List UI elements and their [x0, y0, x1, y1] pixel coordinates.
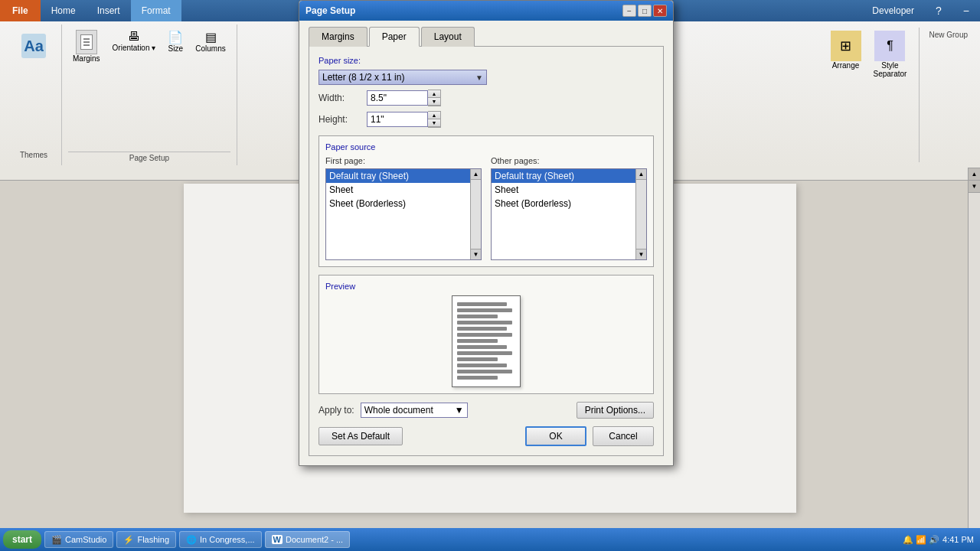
other-pages-scroll-up[interactable]: ▲ [636, 169, 646, 180]
other-pages-listbox[interactable]: Default tray (Sheet) Sheet Sheet (Border… [491, 168, 647, 260]
congress-icon: 🌐 [186, 535, 197, 545]
preview-page [452, 295, 521, 387]
height-label: Height: [318, 114, 361, 125]
menu-file[interactable]: File [0, 0, 41, 21]
first-page-item-2[interactable]: Sheet (Borderless) [326, 197, 481, 210]
style-separator-button[interactable]: ¶ StyleSeparator [867, 28, 913, 162]
other-page-item-0[interactable]: Default tray (Sheet) [492, 169, 646, 183]
ok-cancel-group: OK Cancel [525, 426, 654, 446]
size-label: Size [168, 44, 183, 53]
apply-to-dropdown[interactable]: Whole document ▼ [361, 403, 468, 418]
scroll-up-button[interactable]: ▲ [969, 168, 980, 181]
width-spinner-controls: ▲ ▼ [428, 90, 441, 106]
other-pages-scrollbar[interactable]: ▲ ▼ [635, 169, 646, 259]
taskbar-item-camstudio[interactable]: 🎬 CamStudio [44, 531, 113, 548]
first-page-listbox[interactable]: Default tray (Sheet) Sheet Sheet (Border… [325, 168, 482, 260]
themes-label: Themes [20, 151, 47, 159]
taskbar-item-flashing[interactable]: ⚡ Flashing [116, 531, 176, 548]
page-setup-dialog: Page Setup − □ ✕ Margins Paper Layout Pa… [299, 0, 674, 466]
help-icon[interactable]: ? [925, 0, 952, 21]
arrange-button[interactable]: ⊞ Arrange [825, 28, 867, 162]
menu-insert[interactable]: Insert [87, 0, 131, 21]
cancel-button[interactable]: Cancel [593, 426, 654, 446]
other-pages-label: Other pages: [491, 156, 647, 165]
height-value: 11" [371, 114, 384, 125]
preview-line-7 [457, 339, 498, 343]
taskbar-right: 🔔 📶 🔊 4:41 PM [903, 535, 977, 545]
width-label: Width: [318, 93, 361, 103]
columns-label: Columns [195, 44, 225, 53]
size-button[interactable]: 📄 Size [163, 28, 188, 65]
camstudio-label: CamStudio [65, 535, 106, 544]
dialog-maximize-button[interactable]: □ [638, 5, 652, 17]
apply-to-value: Whole document [364, 405, 433, 416]
themes-button[interactable]: Aa [15, 31, 52, 63]
setup-row-1: Margins 🖶 Orientation ▾ 📄 Size ▤ Columns [68, 28, 230, 65]
paper-size-arrow-icon: ▼ [475, 73, 483, 82]
preview-line-12 [457, 370, 512, 373]
preview-section: Preview [318, 275, 654, 394]
menu-home[interactable]: Home [41, 0, 87, 21]
orientation-icon: 🖶 [128, 30, 140, 44]
arrange-label: Arrange [832, 61, 860, 70]
tab-margins[interactable]: Margins [309, 27, 368, 47]
scroll-down-button[interactable]: ▼ [969, 181, 980, 193]
start-button[interactable]: start [3, 530, 41, 549]
columns-icon: ▤ [205, 30, 217, 44]
height-up-button[interactable]: ▲ [428, 112, 440, 119]
height-input[interactable]: 11" [367, 112, 428, 127]
other-page-item-2[interactable]: Sheet (Borderless) [492, 197, 646, 210]
print-options-button[interactable]: Print Options... [577, 402, 654, 419]
preview-line-1 [457, 302, 507, 306]
preview-line-2 [457, 308, 512, 312]
tab-row: Margins Paper Layout [309, 27, 664, 47]
camstudio-icon: 🎬 [51, 535, 62, 545]
first-page-scroll-up[interactable]: ▲ [471, 169, 481, 180]
style-sep-icon: ¶ [874, 31, 905, 61]
minimize-app-icon[interactable]: − [952, 0, 980, 21]
page-setup-group: Margins 🖶 Orientation ▾ 📄 Size ▤ Columns [62, 24, 237, 165]
first-page-item-1[interactable]: Sheet [326, 183, 481, 197]
tab-layout[interactable]: Layout [421, 27, 475, 47]
width-up-button[interactable]: ▲ [428, 90, 440, 98]
ok-button[interactable]: OK [525, 426, 586, 446]
flashing-icon: ⚡ [123, 535, 134, 545]
menu-developer[interactable]: Developer [861, 0, 925, 21]
columns-button[interactable]: ▤ Columns [191, 28, 230, 65]
first-page-scroll-down[interactable]: ▼ [471, 249, 481, 259]
width-down-button[interactable]: ▼ [428, 98, 440, 106]
tab-paper[interactable]: Paper [369, 27, 420, 47]
other-page-item-1[interactable]: Sheet [492, 183, 646, 197]
preview-line-13 [457, 376, 498, 380]
set-as-default-button[interactable]: Set As Default [318, 427, 403, 445]
dialog-buttons: Set As Default OK Cancel [318, 426, 654, 446]
preview-line-6 [457, 333, 512, 337]
style-separator-label: StyleSeparator [874, 61, 907, 78]
preview-line-10 [457, 357, 498, 361]
document-scrollbar[interactable]: ▲ ▼ [968, 168, 980, 528]
other-pages-scroll-down[interactable]: ▼ [636, 249, 646, 259]
themes-icon: Aa [21, 34, 46, 58]
new-group-label: New Group [929, 31, 968, 39]
width-input[interactable]: 8.5" [367, 90, 428, 106]
preview-line-4 [457, 321, 512, 324]
height-down-button[interactable]: ▼ [428, 119, 440, 127]
paper-tab-content: Paper size: Letter (8 1/2 x 11 in) ▼ Wid… [309, 46, 664, 456]
dialog-close-button[interactable]: ✕ [653, 5, 667, 17]
width-row: Width: 8.5" ▲ ▼ [318, 90, 654, 106]
arrange-icon: ⊞ [831, 31, 861, 61]
paper-size-dropdown[interactable]: Letter (8 1/2 x 11 in) ▼ [318, 70, 487, 85]
dialog-controls: − □ ✕ [622, 5, 667, 17]
taskbar-item-congress[interactable]: 🌐 In Congress,... [179, 531, 262, 548]
menu-format[interactable]: Format [131, 0, 181, 21]
margins-label: Margins [73, 54, 100, 63]
paper-size-section: Paper size: Letter (8 1/2 x 11 in) ▼ Wid… [318, 56, 654, 128]
first-page-scrollbar[interactable]: ▲ ▼ [470, 169, 481, 259]
preview-line-9 [457, 351, 512, 355]
first-page-item-0[interactable]: Default tray (Sheet) [326, 169, 481, 183]
apply-to-arrow-icon: ▼ [455, 405, 464, 416]
orientation-button[interactable]: 🖶 Orientation ▾ [108, 28, 161, 65]
dialog-minimize-button[interactable]: − [622, 5, 636, 17]
margins-button[interactable]: Margins [68, 28, 105, 65]
taskbar-item-document[interactable]: W Document2 - ... [265, 531, 351, 548]
